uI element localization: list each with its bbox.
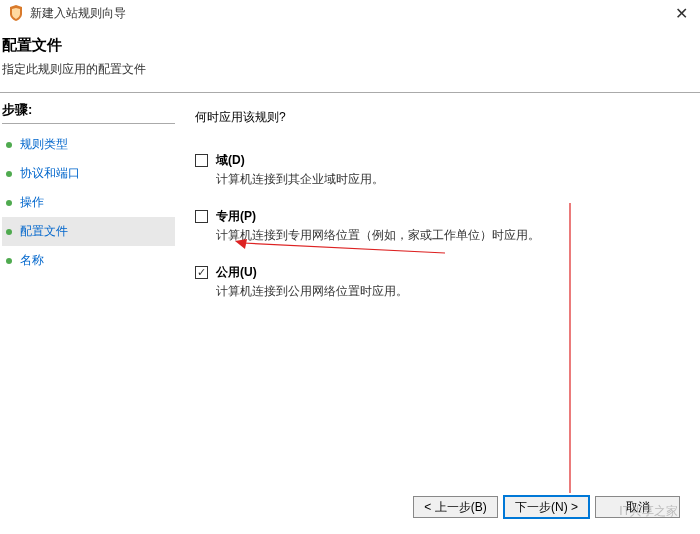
close-icon[interactable]: ✕ xyxy=(671,4,692,23)
step-protocol-port[interactable]: 协议和端口 xyxy=(2,159,175,188)
step-bullet-icon xyxy=(6,258,12,264)
steps-sidebar: 步骤: 规则类型 协议和端口 操作 配置文件 名称 xyxy=(0,93,175,497)
option-public: 公用(U) 计算机连接到公用网络位置时应用。 xyxy=(195,264,680,300)
step-label: 名称 xyxy=(20,252,44,269)
step-action[interactable]: 操作 xyxy=(2,188,175,217)
step-rule-type[interactable]: 规则类型 xyxy=(2,130,175,159)
private-label: 专用(P) xyxy=(216,208,256,225)
steps-label: 步骤: xyxy=(2,101,175,124)
content: 步骤: 规则类型 协议和端口 操作 配置文件 名称 何时应用该规则? 域(D) … xyxy=(0,93,700,497)
next-button[interactable]: 下一步(N) > xyxy=(504,496,589,518)
domain-desc: 计算机连接到其企业域时应用。 xyxy=(216,171,680,188)
annotation-arrow-vertical xyxy=(565,203,575,493)
step-label: 协议和端口 xyxy=(20,165,80,182)
public-checkbox[interactable] xyxy=(195,266,208,279)
private-checkbox[interactable] xyxy=(195,210,208,223)
step-label: 操作 xyxy=(20,194,44,211)
question-text: 何时应用该规则? xyxy=(195,109,680,126)
step-config-file[interactable]: 配置文件 xyxy=(2,217,175,246)
step-bullet-icon xyxy=(6,171,12,177)
public-desc: 计算机连接到公用网络位置时应用。 xyxy=(216,283,680,300)
svg-line-0 xyxy=(243,243,445,253)
step-name[interactable]: 名称 xyxy=(2,246,175,275)
footer: < 上一步(B) 下一步(N) > 取消 xyxy=(413,496,680,518)
main-panel: 何时应用该规则? 域(D) 计算机连接到其企业域时应用。 专用(P) 计算机连接… xyxy=(175,93,700,497)
option-private: 专用(P) 计算机连接到专用网络位置（例如，家或工作单位）时应用。 xyxy=(195,208,680,244)
step-label: 配置文件 xyxy=(20,223,68,240)
header: 配置文件 指定此规则应用的配置文件 xyxy=(0,26,700,84)
public-label: 公用(U) xyxy=(216,264,257,281)
private-desc: 计算机连接到专用网络位置（例如，家或工作单位）时应用。 xyxy=(216,227,680,244)
cancel-button[interactable]: 取消 xyxy=(595,496,680,518)
step-bullet-icon xyxy=(6,142,12,148)
titlebar: 新建入站规则向导 ✕ xyxy=(0,0,700,26)
page-title: 配置文件 xyxy=(0,36,700,55)
page-subtitle: 指定此规则应用的配置文件 xyxy=(0,61,700,78)
step-bullet-icon xyxy=(6,229,12,235)
window-title: 新建入站规则向导 xyxy=(30,5,671,22)
step-bullet-icon xyxy=(6,200,12,206)
domain-checkbox[interactable] xyxy=(195,154,208,167)
step-label: 规则类型 xyxy=(20,136,68,153)
app-icon xyxy=(8,5,24,21)
option-domain: 域(D) 计算机连接到其企业域时应用。 xyxy=(195,152,680,188)
back-button[interactable]: < 上一步(B) xyxy=(413,496,498,518)
domain-label: 域(D) xyxy=(216,152,245,169)
